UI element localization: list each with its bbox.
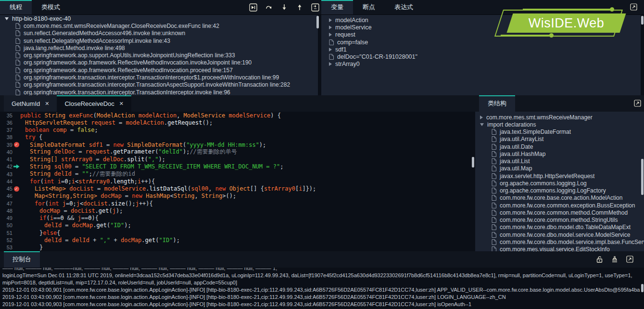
variable-row[interactable]: comp=false xyxy=(321,39,641,46)
tab-console[interactable]: 控制台 xyxy=(4,251,40,268)
file-icon xyxy=(15,82,20,88)
tab-threads[interactable]: 线程 xyxy=(0,0,32,14)
stack-frame[interactable]: org.springframework.aop.framework.Reflec… xyxy=(0,59,318,66)
tab-class-structure[interactable]: 类结构 xyxy=(479,95,515,112)
line-number[interactable]: 35 xyxy=(0,113,13,118)
stack-frame[interactable]: sun.reflect.DelegatingMethodAccessorImpl… xyxy=(0,37,318,44)
view-execution-point-button[interactable] xyxy=(311,3,319,12)
clear-console-icon[interactable] xyxy=(611,256,619,265)
import-row[interactable]: java.util.Date xyxy=(475,143,644,150)
stack-frame[interactable]: sun.reflect.GeneratedMethodAccessor496.i… xyxy=(0,30,318,37)
code-text: String sql00 = "SELECT ID FROM T_WMS_REC… xyxy=(20,163,283,170)
expand-triangle-icon[interactable] xyxy=(329,48,332,52)
line-number[interactable]: 44 xyxy=(0,179,13,184)
line-number[interactable]: 46 xyxy=(0,193,13,199)
import-row[interactable]: com.more.fw.core.common.method.StringUti… xyxy=(475,217,644,224)
stack-frame[interactable]: org.springframework.aop.support.AopUtils… xyxy=(0,52,318,59)
line-number[interactable]: 40 xyxy=(0,149,13,155)
scrollbar[interactable] xyxy=(316,16,319,28)
collapse-triangle-icon[interactable] xyxy=(480,123,484,126)
code-text: String[] strArray0 = delDoc.split(","); xyxy=(20,156,165,163)
import-declarations-row[interactable]: import declarations xyxy=(475,121,644,128)
resume-button[interactable] xyxy=(249,3,257,12)
import-row[interactable]: java.util.ArrayList xyxy=(475,136,644,143)
step-out-button[interactable] xyxy=(296,3,303,11)
line-number[interactable]: 53 xyxy=(0,245,13,250)
line-number[interactable]: 51 xyxy=(0,230,13,236)
stack-frame[interactable]: com.more.mes.smt.wmsReceiveManager.Close… xyxy=(0,22,318,29)
line-number[interactable]: 36 xyxy=(0,120,13,126)
line-number[interactable]: 41 xyxy=(0,156,13,162)
import-row[interactable]: com.more.fw.core.common.method.CommMetho… xyxy=(475,209,644,216)
line-number[interactable]: 45 xyxy=(0,186,13,192)
import-row[interactable]: java.util.List xyxy=(475,158,644,165)
line-number[interactable]: 49 xyxy=(0,215,13,221)
line-number[interactable]: 50 xyxy=(0,222,13,228)
import-row[interactable]: com.more.fw.core.base.core.action.ModelA… xyxy=(475,194,644,202)
close-tab-icon[interactable]: ✕ xyxy=(119,101,124,107)
tab-class-mode[interactable]: 类模式 xyxy=(32,0,70,14)
variable-row[interactable]: request xyxy=(321,31,641,39)
scrollbar[interactable] xyxy=(641,159,644,195)
variable-row[interactable]: sdf1 xyxy=(321,46,641,53)
import-row[interactable]: com.more.fw.core.dbo.model.dto.TableData… xyxy=(475,224,644,231)
tab-expressions[interactable]: 表达式 xyxy=(385,0,423,14)
stack-frame[interactable]: org.springframework.aop.framework.Reflec… xyxy=(0,66,318,74)
thread-row[interactable]: http-bio-8180-exec-40 xyxy=(0,15,318,22)
variable-row[interactable]: delDoc="C01-CR-191028001" xyxy=(321,53,641,60)
debug-actions xyxy=(249,0,319,14)
breakpoint-icon[interactable]: ✓ xyxy=(13,142,20,147)
editor-tab-getnumid[interactable]: GetNumId ✕ xyxy=(4,95,57,112)
import-row[interactable]: java.util.Map xyxy=(475,165,644,172)
expand-triangle-icon[interactable] xyxy=(329,26,332,29)
import-row[interactable]: com.more.fw.core.common.exception.BussEx… xyxy=(475,202,644,209)
expand-panel-icon[interactable] xyxy=(626,256,633,265)
expand-triangle-icon[interactable] xyxy=(329,62,332,66)
collapse-triangle-icon[interactable] xyxy=(5,17,9,20)
line-number[interactable]: 37 xyxy=(0,127,13,133)
current-line-arrow-icon[interactable] xyxy=(13,164,20,169)
scrollbar[interactable] xyxy=(641,16,644,25)
import-row[interactable]: java.text.SimpleDateFormat xyxy=(475,129,644,136)
package-row[interactable]: com.more.mes.smt.wmsReceiveManager xyxy=(475,114,644,121)
stack-frame[interactable]: org.springframework.transaction.intercep… xyxy=(0,74,318,81)
step-over-button[interactable] xyxy=(265,3,273,11)
line-number[interactable]: 42 xyxy=(0,164,13,169)
scrollbar[interactable] xyxy=(472,157,474,167)
line-number[interactable]: 48 xyxy=(0,208,13,214)
import-row[interactable]: com.more.fw.core.dbo.model.service.impl.… xyxy=(475,238,644,245)
import-row[interactable]: org.apache.commons.logging.Log xyxy=(475,180,644,187)
stack-frame[interactable]: org.springframework.transaction.intercep… xyxy=(0,81,318,89)
expand-triangle-icon[interactable] xyxy=(480,116,483,119)
file-icon xyxy=(15,60,20,65)
line-number[interactable]: 52 xyxy=(0,237,13,243)
lock-icon[interactable] xyxy=(596,256,603,265)
import-row[interactable]: com.more.fw.core.dbo.model.service.Model… xyxy=(475,231,644,238)
tab-breakpoints[interactable]: 断点 xyxy=(353,0,385,14)
variable-row[interactable]: modelService xyxy=(321,24,641,31)
stack-frame[interactable]: java.lang.reflect.Method.invoke line:498 xyxy=(0,44,318,52)
expand-triangle-icon[interactable] xyxy=(329,18,332,22)
variable-row[interactable]: modelAction xyxy=(321,16,641,24)
expand-panel-icon[interactable] xyxy=(634,100,641,109)
console-output[interactable]: —— null, ——— null, ———=null, ——— null, —… xyxy=(0,268,644,309)
line-number[interactable]: 39 xyxy=(0,142,13,148)
code-editor[interactable]: 35public String exeFunc(ModelAction mode… xyxy=(0,112,471,251)
expand-panel-icon[interactable] xyxy=(630,3,637,13)
expand-triangle-icon[interactable] xyxy=(329,33,332,37)
stack-frame[interactable]: org.springframework.transaction.intercep… xyxy=(0,89,318,95)
close-tab-icon[interactable]: ✕ xyxy=(45,101,49,107)
code-text: SimpleDateFormat sdf1 = new SimpleDateFo… xyxy=(20,142,266,148)
line-number[interactable]: 38 xyxy=(0,134,13,140)
editor-tab-closereceivedoc[interactable]: CloseReceiveDoc ✕ xyxy=(57,95,131,112)
import-row[interactable]: javax.servlet.http.HttpServletRequest xyxy=(475,172,644,180)
step-into-button[interactable] xyxy=(280,3,288,11)
variable-row[interactable]: strArray0 xyxy=(321,61,641,68)
line-number[interactable]: 47 xyxy=(0,201,13,206)
breakpoint-icon[interactable]: ✓ xyxy=(13,186,20,192)
line-number[interactable]: 43 xyxy=(0,171,13,177)
scrollbar[interactable] xyxy=(641,284,644,292)
tab-variables[interactable]: 变量 xyxy=(321,0,353,14)
import-row[interactable]: org.apache.commons.logging.LogFactory xyxy=(475,187,644,194)
import-row[interactable]: java.util.HashMap xyxy=(475,150,644,157)
